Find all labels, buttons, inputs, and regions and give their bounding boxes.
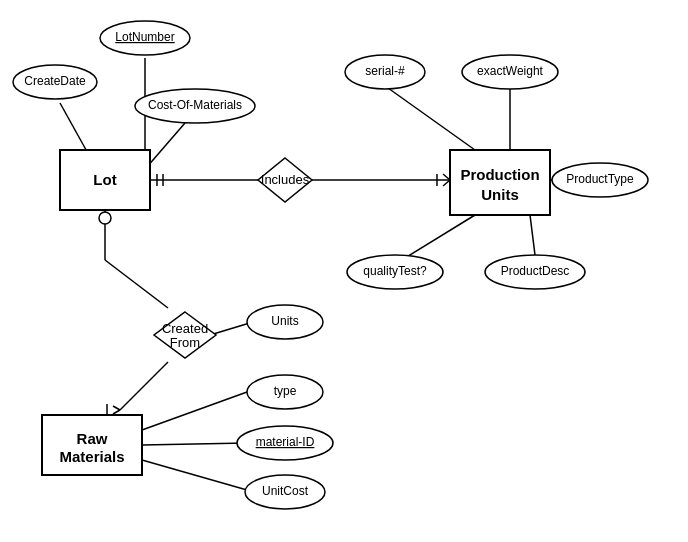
svg-line-18 <box>113 406 120 410</box>
production-units-label1: Production <box>460 166 539 183</box>
svg-line-8 <box>443 180 450 186</box>
svg-line-13 <box>405 215 475 258</box>
includes-label: Includes <box>261 172 310 187</box>
cost-of-materials-label: Cost-Of-Materials <box>148 98 242 112</box>
type-label: type <box>274 384 297 398</box>
raw-materials-label2: Materials <box>59 448 124 465</box>
optional-indicator <box>99 212 111 224</box>
created-from-label2: From <box>170 335 200 350</box>
unit-cost-label: UnitCost <box>262 484 309 498</box>
exact-weight-label: exactWeight <box>477 64 543 78</box>
quality-test-label: qualityTest? <box>363 264 427 278</box>
lot-number-label: LotNumber <box>115 30 174 44</box>
created-from-label1: Created <box>162 321 208 336</box>
svg-line-24 <box>142 460 247 490</box>
svg-line-19 <box>113 410 120 414</box>
create-date-label: CreateDate <box>24 74 86 88</box>
er-diagram: Lot Includes Production Units serial-# e… <box>0 0 688 542</box>
svg-line-23 <box>142 443 247 445</box>
product-desc-label: ProductDesc <box>501 264 570 278</box>
material-id-label: material-ID <box>256 435 315 449</box>
svg-line-16 <box>105 260 168 308</box>
svg-line-17 <box>120 362 168 410</box>
units-label: Units <box>271 314 298 328</box>
svg-line-10 <box>388 88 475 150</box>
svg-line-14 <box>530 215 535 255</box>
raw-materials-label1: Raw <box>77 430 108 447</box>
production-units-label2: Units <box>481 186 519 203</box>
serial-label: serial-# <box>365 64 405 78</box>
lot-label: Lot <box>93 171 116 188</box>
svg-line-7 <box>443 174 450 180</box>
svg-line-22 <box>142 392 247 430</box>
product-type-label: ProductType <box>566 172 634 186</box>
